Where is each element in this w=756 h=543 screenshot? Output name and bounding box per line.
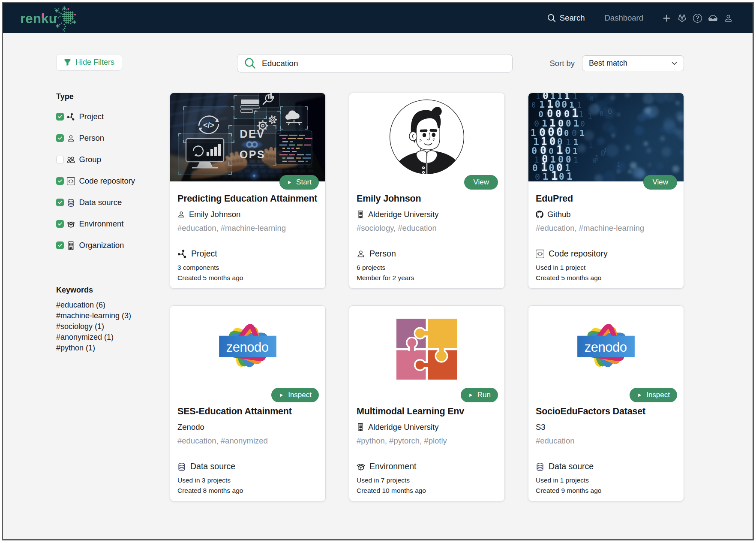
filter-label: Group — [79, 155, 101, 164]
type-heading: Type — [56, 92, 165, 101]
card-title: EduPred — [536, 193, 676, 204]
result-card-predicting-education-attainment[interactable]: </> DEV OPS Start Predicting Education A… — [170, 93, 326, 289]
result-card-socioedufactors-dataset[interactable]: zenodo Inspect SocioEduFactors Dataset S… — [528, 305, 684, 501]
card-type-label: Project — [191, 249, 217, 259]
card-title: Emily Johnson — [357, 193, 497, 204]
result-card-emily-johnson[interactable]: View Emily Johnson Alderidge University … — [349, 93, 505, 289]
filter-checkbox[interactable] — [56, 134, 64, 142]
filter-checkbox[interactable] — [56, 241, 64, 249]
card-image-zenodo: zenodo — [170, 306, 325, 394]
zenodo-wordmark: zenodo — [585, 340, 627, 355]
filter-label: Environment — [79, 219, 124, 229]
card-meta-2: Created 8 months ago — [177, 487, 318, 495]
filter-option-person[interactable]: Person — [56, 133, 165, 143]
card-type: Project — [177, 249, 318, 259]
filter-option-project[interactable]: Project — [56, 112, 165, 122]
keywords-list: #education (6)#machine-learning (3)#soci… — [56, 300, 165, 353]
filter-checkbox[interactable] — [56, 113, 64, 121]
person-icon — [67, 134, 75, 142]
database-icon — [536, 462, 544, 471]
card-meta-1: Used in 1 projects — [536, 477, 676, 484]
renku-gecko-icon — [53, 5, 77, 32]
keyword-item[interactable]: #anonymized (1) — [56, 332, 165, 343]
renku-logo[interactable]: renku — [20, 3, 106, 33]
card-meta-1: 3 components — [177, 264, 318, 272]
search-input[interactable] — [261, 58, 506, 69]
filter-checkbox[interactable] — [56, 220, 64, 228]
database-icon — [67, 198, 75, 207]
card-owner-text: Github — [547, 210, 571, 219]
card-meta-2: Created 5 months ago — [177, 274, 318, 282]
nav-search-label: Search — [560, 13, 585, 23]
box-icon — [357, 462, 365, 471]
keyword-item[interactable]: #sociology (1) — [56, 321, 165, 332]
nav-dashboard-link[interactable]: Dashboard — [604, 13, 643, 23]
help-icon[interactable] — [693, 14, 702, 23]
card-title: SES-Education Attainment — [177, 406, 318, 416]
keyword-item[interactable]: #machine-learning (3) — [56, 311, 165, 321]
filters-sidebar: Type Project Person Group Code repositor… — [56, 92, 165, 353]
result-card-ses-education-attainment[interactable]: zenodo Inspect SES-Education Attainment … — [170, 305, 326, 501]
inbox-icon[interactable] — [708, 14, 717, 23]
card-type-label: Data source — [549, 462, 594, 471]
filter-option-data-source[interactable]: Data source — [56, 197, 165, 208]
project-icon — [177, 249, 187, 259]
filter-option-environment[interactable]: Environment — [56, 219, 165, 229]
plus-icon[interactable] — [662, 14, 671, 23]
card-owner-text: Emily Johnson — [189, 210, 240, 219]
filter-option-code-repository[interactable]: Code repository — [56, 176, 165, 186]
card-type-label: Data source — [190, 462, 235, 471]
card-owner: Alderidge University — [357, 423, 497, 431]
hide-filters-button[interactable]: Hide Filters — [56, 54, 122, 71]
card-type: Code repository — [536, 249, 676, 259]
card-type-label: Code repository — [549, 249, 608, 259]
hide-filters-label: Hide Filters — [75, 58, 114, 67]
search-icon — [547, 14, 556, 22]
box-icon — [67, 220, 75, 228]
building-icon — [357, 423, 364, 431]
filter-checkbox[interactable] — [56, 199, 64, 206]
card-type: Environment — [357, 462, 497, 471]
check-icon — [57, 243, 63, 248]
card-type: Data source — [536, 462, 676, 471]
check-icon — [57, 178, 63, 184]
card-owner-text: S3 — [536, 422, 546, 432]
card-meta-2: Created 9 months ago — [536, 487, 676, 495]
keyword-item[interactable]: #education (6) — [56, 300, 165, 311]
keyword-item[interactable]: #python (1) — [56, 343, 165, 353]
keywords-heading: Keywords — [56, 286, 165, 295]
card-image-avatar — [349, 93, 504, 181]
card-owner: Github — [536, 210, 676, 219]
result-card-edupred[interactable]: 1 00 1 1 11 1 0 1 11 0 0 1 1 0 00 00 00 … — [528, 93, 684, 289]
funnel-icon — [64, 59, 71, 66]
result-card-multimodal-learning-env[interactable]: Run Multimodal Learning Env Alderidge Un… — [349, 305, 505, 501]
building-icon — [67, 241, 75, 250]
gitlab-icon[interactable] — [678, 14, 687, 23]
sort-select[interactable]: Best match — [582, 55, 684, 71]
card-meta-1: Used in 1 project — [536, 264, 676, 272]
filter-option-organization[interactable]: Organization — [56, 240, 165, 250]
sort-controls: Sort by Best match — [549, 55, 684, 71]
card-keywords: #education, #anonymized — [177, 436, 318, 445]
github-icon — [536, 211, 543, 218]
filter-checkbox[interactable] — [56, 177, 64, 185]
card-type-label: Person — [369, 249, 396, 259]
filter-label: Project — [79, 112, 104, 121]
filter-checkbox[interactable] — [56, 156, 64, 163]
code-icon — [536, 250, 544, 258]
card-type: Person — [357, 249, 497, 259]
card-owner: Alderidge University — [357, 210, 497, 219]
card-keywords: #python, #pytorch, #plotly — [357, 436, 497, 445]
database-icon — [177, 462, 186, 471]
code-icon — [67, 177, 75, 185]
card-meta-2: Member for 2 years — [357, 274, 497, 282]
brand-accent-dots — [42, 14, 44, 18]
filter-option-group[interactable]: Group — [56, 154, 165, 165]
navbar-icon-group — [662, 14, 733, 23]
filter-label: Person — [79, 133, 105, 143]
nav-search-button[interactable]: Search — [547, 13, 585, 23]
user-icon[interactable] — [724, 14, 733, 23]
filter-label: Code repository — [79, 176, 135, 186]
card-image-binary: 1 00 1 1 11 1 0 1 11 0 0 1 1 0 00 00 00 … — [528, 93, 684, 181]
card-owner-text: Zenodo — [177, 422, 204, 432]
